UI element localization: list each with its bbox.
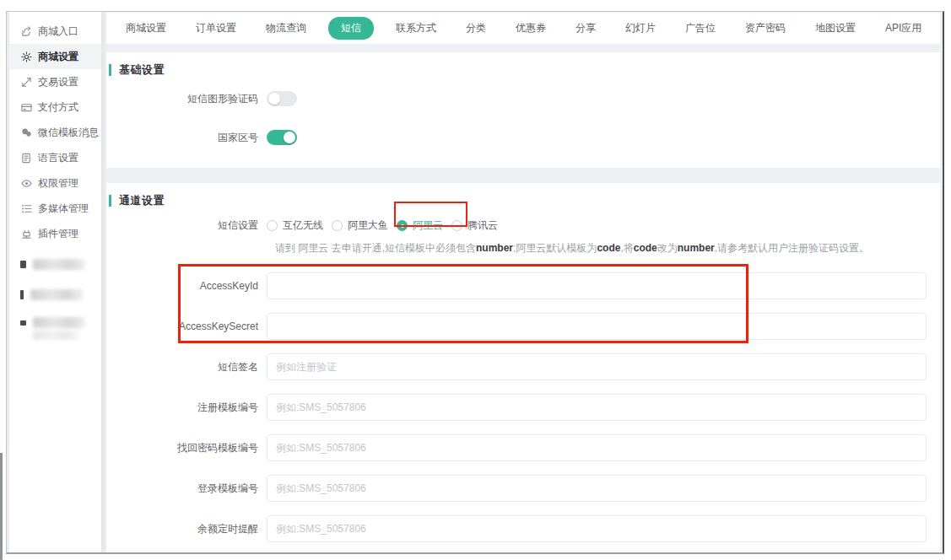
form-row: AccessKeySecret bbox=[106, 313, 940, 340]
redacted-label bbox=[33, 317, 85, 340]
sms-config-fields: AccessKeyId AccessKeySecret 短信签名 注册模板编号 … bbox=[106, 272, 940, 552]
sms-captcha-toggle[interactable] bbox=[267, 91, 297, 106]
tab-sms[interactable]: 短信 bbox=[328, 17, 374, 40]
sidebar: 商城入口 商城设置 交易设置 支付方式 微信模板消息 bbox=[9, 12, 101, 552]
radio-label: 阿里大鱼 bbox=[348, 218, 388, 233]
section-header-channel: 通道设置 bbox=[109, 193, 940, 208]
section-title: 通道设置 bbox=[119, 193, 165, 208]
sms-captcha-row: 短信图形验证码 bbox=[106, 91, 940, 106]
form-row: 余额定时提醒 bbox=[106, 515, 940, 542]
accesskeysecret-label: AccessKeySecret bbox=[106, 320, 267, 332]
sidebar-item-multimedia[interactable]: 多媒体管理 bbox=[9, 196, 101, 221]
sidebar-item-trade-settings[interactable]: 交易设置 bbox=[9, 69, 101, 94]
balance-reminder-input[interactable] bbox=[267, 515, 927, 542]
sidebar-item-permission[interactable]: 权限管理 bbox=[9, 170, 101, 196]
sidebar-item-mall-settings[interactable]: 商城设置 bbox=[9, 44, 101, 69]
section-title: 基础设置 bbox=[119, 62, 165, 78]
form-row: 登录模板编号 bbox=[106, 475, 940, 502]
media-list-icon bbox=[20, 202, 32, 214]
country-code-row: 国家区号 bbox=[106, 130, 940, 145]
tab-api-app[interactable]: API应用 bbox=[878, 17, 929, 40]
page-scrollbar[interactable] bbox=[0, 453, 3, 560]
redacted-label bbox=[33, 259, 85, 270]
redacted-icon bbox=[20, 261, 26, 268]
country-code-toggle[interactable] bbox=[267, 130, 297, 145]
tab-order-settings[interactable]: 订单设置 bbox=[188, 17, 244, 40]
tab-logistics-query[interactable]: 物流查询 bbox=[258, 17, 314, 40]
trade-arrows-icon bbox=[20, 76, 32, 88]
register-template-input[interactable] bbox=[267, 394, 927, 421]
tab-map-settings[interactable]: 地图设置 bbox=[808, 17, 863, 40]
section-accent-bar bbox=[109, 195, 111, 207]
register-template-label: 注册模板编号 bbox=[106, 401, 267, 415]
form-row: 找回密码模板编号 bbox=[106, 434, 940, 461]
radio-label: 腾讯云 bbox=[467, 218, 498, 233]
sidebar-item-wechat-template[interactable]: 微信模板消息 bbox=[9, 120, 101, 145]
sidebar-item-redacted[interactable] bbox=[9, 314, 101, 347]
login-template-label: 登录模板编号 bbox=[106, 482, 267, 496]
reset-password-template-label: 找回密码模板编号 bbox=[106, 441, 267, 455]
accesskeyid-label: AccessKeyId bbox=[106, 280, 267, 292]
radio-label: 互亿无线 bbox=[283, 218, 323, 233]
accesskeysecret-input[interactable] bbox=[267, 313, 927, 340]
login-template-input[interactable] bbox=[267, 475, 927, 502]
radio-circle-icon bbox=[397, 220, 408, 231]
sidebar-item-label: 支付方式 bbox=[38, 100, 78, 115]
tab-asset-password[interactable]: 资产密码 bbox=[738, 17, 793, 40]
sidebar-item-label: 微信模板消息 bbox=[38, 126, 99, 140]
language-book-icon bbox=[20, 152, 32, 164]
tab-share[interactable]: 分享 bbox=[568, 17, 603, 40]
sidebar-item-label: 语言设置 bbox=[38, 151, 78, 165]
accesskeyid-input[interactable] bbox=[267, 272, 927, 299]
sidebar-item-label: 插件管理 bbox=[38, 227, 78, 241]
settings-tabbar: 商城设置 订单设置 物流查询 短信 联系方式 分类 优惠券 分享 幻灯片 广告位… bbox=[106, 13, 940, 44]
section-header-basic: 基础设置 bbox=[109, 62, 940, 78]
redacted-icon bbox=[20, 290, 24, 299]
radio-label: 阿里云 bbox=[413, 218, 443, 233]
sidebar-item-label: 商城入口 bbox=[38, 24, 78, 39]
sidebar-item-redacted[interactable] bbox=[9, 251, 101, 277]
sidebar-item-mall-entry[interactable]: 商城入口 bbox=[9, 19, 101, 44]
radio-circle-icon bbox=[451, 220, 462, 231]
sms-provider-row: 短信设置 互亿无线 阿里大鱼 阿里云 bbox=[106, 218, 940, 233]
reset-password-template-input[interactable] bbox=[267, 434, 927, 461]
tab-coupon[interactable]: 优惠券 bbox=[508, 17, 554, 40]
sms-captcha-label: 短信图形验证码 bbox=[106, 92, 267, 106]
tab-slideshow[interactable]: 幻灯片 bbox=[618, 17, 663, 40]
redacted-label bbox=[30, 289, 83, 300]
radio-ihuyi[interactable]: 互亿无线 bbox=[267, 218, 323, 233]
sms-provider-label: 短信设置 bbox=[106, 218, 267, 233]
sidebar-item-label: 权限管理 bbox=[38, 176, 78, 191]
permission-eye-icon bbox=[20, 177, 32, 189]
country-code-label: 国家区号 bbox=[106, 131, 267, 145]
bank-card-icon bbox=[20, 101, 32, 113]
plugin-icon bbox=[20, 228, 32, 240]
form-row: 短信签名 bbox=[106, 353, 940, 380]
storefront-entry-icon bbox=[20, 25, 32, 37]
sms-signature-input[interactable] bbox=[267, 353, 927, 380]
channel-settings-section: 通道设置 短信设置 互亿无线 阿里大鱼 阿里云 bbox=[106, 183, 940, 552]
sidebar-item-payment-methods[interactable]: 支付方式 bbox=[9, 94, 101, 120]
radio-aliyun[interactable]: 阿里云 bbox=[397, 218, 443, 233]
form-row: 注册模板编号 bbox=[106, 394, 940, 421]
sidebar-item-plugins[interactable]: 插件管理 bbox=[9, 221, 101, 246]
radio-circle-icon bbox=[332, 220, 343, 231]
tab-mall-settings[interactable]: 商城设置 bbox=[118, 17, 174, 40]
form-row: AccessKeyId bbox=[106, 272, 940, 299]
sidebar-item-label: 交易设置 bbox=[38, 75, 78, 89]
radio-tencent-cloud[interactable]: 腾讯云 bbox=[451, 218, 498, 233]
gear-icon bbox=[20, 51, 32, 62]
balance-reminder-label: 余额定时提醒 bbox=[106, 522, 267, 536]
sms-signature-label: 短信签名 bbox=[106, 360, 267, 374]
aliyun-hint-text: 请到 阿里云 去申请开通,短信模板中必须包含number;阿里云默认模板为cod… bbox=[275, 241, 940, 255]
tab-contact[interactable]: 联系方式 bbox=[388, 17, 444, 40]
sidebar-item-language-settings[interactable]: 语言设置 bbox=[9, 145, 101, 170]
tab-ad-slot[interactable]: 广告位 bbox=[678, 17, 723, 40]
radio-alidayu[interactable]: 阿里大鱼 bbox=[332, 218, 388, 233]
section-accent-bar bbox=[109, 64, 111, 76]
redacted-icon bbox=[20, 320, 26, 326]
app-window: 商城入口 商城设置 交易设置 支付方式 微信模板消息 bbox=[6, 11, 944, 554]
basic-settings-section: 基础设置 短信图形验证码 国家区号 bbox=[106, 52, 940, 168]
tab-category[interactable]: 分类 bbox=[458, 17, 494, 40]
sidebar-item-redacted[interactable] bbox=[9, 282, 101, 307]
